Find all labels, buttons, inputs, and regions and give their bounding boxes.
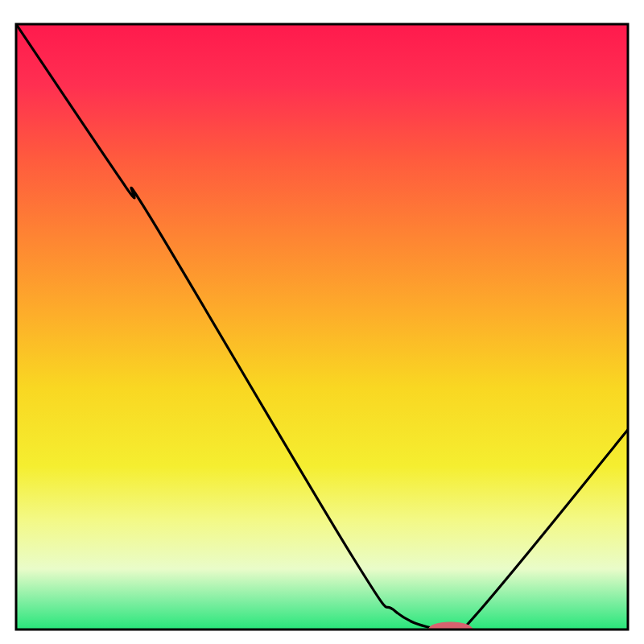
chart-root: TheBottleneck.com <box>0 0 644 644</box>
plot-area <box>16 24 628 644</box>
chart-svg <box>0 0 644 644</box>
gradient-fill <box>16 24 628 630</box>
